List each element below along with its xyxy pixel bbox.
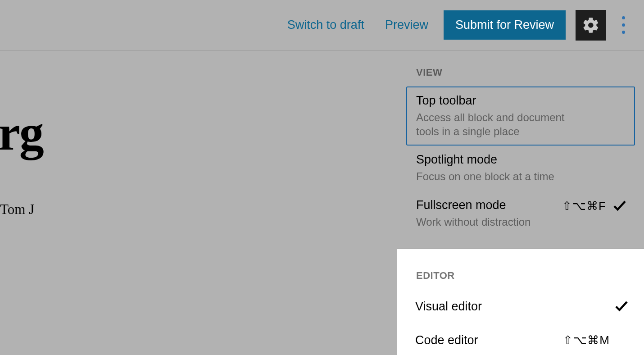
dot-icon <box>622 31 625 34</box>
submit-for-review-button[interactable]: Submit for Review <box>444 10 566 40</box>
post-title-fragment[interactable]: rg <box>0 105 43 162</box>
check-icon <box>613 298 630 316</box>
view-section-label: VIEW <box>416 67 635 78</box>
options-dropdown-panel: VIEW Top toolbarAccess all block and doc… <box>397 50 644 355</box>
menu-item-description: Focus on one block at a time <box>416 169 583 183</box>
editor-option-code-editor[interactable]: Code editor⇧⌥⌘M <box>406 323 635 355</box>
menu-item-title: Spotlight mode <box>416 153 625 167</box>
dot-icon <box>622 16 625 19</box>
settings-button[interactable] <box>576 10 606 41</box>
editor-top-toolbar: Switch to draft Preview Submit for Revie… <box>0 0 644 50</box>
view-option-fullscreen-mode[interactable]: Fullscreen modeWork without distraction⇧… <box>406 191 635 236</box>
menu-item-shortcut: ⇧⌥⌘M <box>563 333 610 347</box>
menu-item-description: Access all block and document tools in a… <box>416 110 583 138</box>
check-icon <box>612 197 628 215</box>
dot-icon <box>622 23 625 27</box>
editor-section: EDITOR Visual editorCode editor⇧⌥⌘M <box>397 249 644 355</box>
view-option-spotlight-mode[interactable]: Spotlight modeFocus on one block at a ti… <box>406 146 635 191</box>
more-options-button[interactable] <box>616 13 630 37</box>
view-option-top-toolbar[interactable]: Top toolbarAccess all block and document… <box>406 86 635 146</box>
gear-icon <box>582 16 600 34</box>
menu-item-description: Work without distraction <box>416 215 583 229</box>
post-byline: Tom J <box>0 201 34 218</box>
menu-item-title: Top toolbar <box>416 94 625 108</box>
menu-item-shortcut: ⇧⌥⌘F <box>562 199 606 213</box>
preview-link[interactable]: Preview <box>380 14 434 36</box>
editor-section-label: EDITOR <box>416 270 635 282</box>
menu-item-title: Visual editor <box>415 300 626 314</box>
switch-to-draft-link[interactable]: Switch to draft <box>282 14 370 36</box>
view-section: VIEW Top toolbarAccess all block and doc… <box>397 50 644 249</box>
editor-option-visual-editor[interactable]: Visual editor <box>406 290 635 323</box>
